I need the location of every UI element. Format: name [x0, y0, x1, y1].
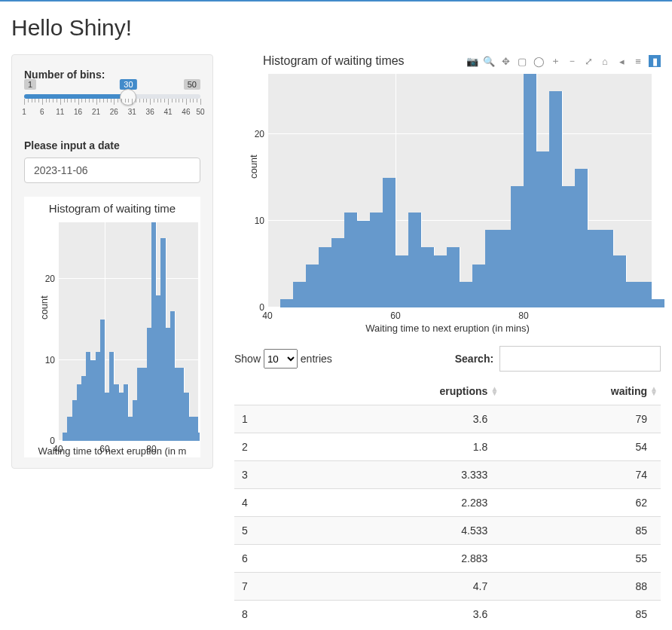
main-plot-title: Histogram of waiting times	[263, 54, 405, 68]
slider-tick-label: 31	[128, 108, 136, 116]
histogram-bar	[396, 255, 409, 307]
bins-label: Number of bins:	[24, 69, 200, 81]
slider-tick-label: 41	[163, 108, 172, 116]
histogram-bar	[383, 178, 396, 307]
cell-index: 4	[234, 489, 309, 517]
bins-slider[interactable]: 1 50 30 16111621263136414650	[24, 87, 200, 129]
slider-tick-label: 21	[92, 108, 100, 116]
y-tick-label: 20	[255, 129, 264, 139]
zoom-out-icon[interactable]: －	[566, 55, 578, 67]
main-plot-xlabel: Waiting time to next eruption (in mins)	[234, 323, 661, 334]
camera-icon[interactable]: 📷	[466, 55, 478, 67]
reset-icon[interactable]: ⌂	[599, 55, 611, 67]
histogram-bar	[447, 247, 460, 307]
slider-tick-label: 50	[196, 108, 204, 116]
zoom-icon[interactable]: 🔍	[483, 55, 495, 67]
plotly-icon[interactable]: ▮	[649, 55, 661, 67]
table-row: 74.788	[234, 573, 661, 601]
histogram-bar	[293, 282, 307, 307]
search-input[interactable]	[499, 346, 661, 372]
column-header[interactable]: waiting▲▼	[501, 378, 661, 405]
search-label: Search:	[455, 353, 493, 365]
x-tick-label: 80	[146, 444, 156, 454]
slider-value-badge: 30	[120, 79, 136, 90]
histogram-bar	[536, 151, 550, 307]
column-header[interactable]	[234, 378, 309, 405]
slider-tick-label: 26	[110, 108, 118, 116]
cell-eruptions: 3.6	[309, 601, 501, 628]
histogram-bar	[485, 230, 499, 307]
length-label-pre: Show	[234, 353, 261, 365]
cell-waiting: 79	[501, 405, 661, 433]
histogram-bar	[524, 74, 537, 307]
cell-eruptions: 4.7	[309, 573, 501, 601]
autoscale-icon[interactable]: ⤢	[582, 55, 594, 67]
histogram-bar	[198, 433, 200, 441]
length-select[interactable]: 102550100	[264, 349, 298, 369]
histogram-bar	[434, 255, 447, 307]
histogram-bar	[600, 230, 614, 307]
cell-index: 6	[234, 545, 309, 573]
box-select-icon[interactable]: ▢	[516, 55, 528, 67]
y-tick-label: 20	[45, 274, 55, 284]
cell-index: 3	[234, 461, 309, 489]
mini-plot-title: Histogram of waiting time	[25, 202, 200, 215]
histogram-bar	[319, 247, 332, 307]
y-tick-label: 10	[255, 216, 264, 226]
sidebar-histogram: Histogram of waiting time count 01020406…	[24, 197, 200, 457]
cell-waiting: 88	[501, 573, 661, 601]
histogram-bar	[331, 238, 345, 307]
cell-index: 1	[234, 405, 309, 433]
mini-plot-ylabel: count	[38, 295, 50, 320]
cell-index: 7	[234, 573, 309, 601]
histogram-bar	[421, 247, 435, 307]
x-tick-label: 40	[262, 310, 272, 321]
date-input[interactable]	[24, 158, 200, 183]
histogram-bar	[498, 230, 512, 307]
length-control: Show 102550100 entries	[234, 349, 332, 369]
cell-index: 5	[234, 517, 309, 545]
histogram-bar	[344, 213, 358, 307]
histogram-bar	[562, 186, 576, 307]
cell-eruptions: 4.533	[309, 517, 501, 545]
slider-tick-label: 11	[56, 108, 64, 116]
cell-waiting: 74	[501, 461, 661, 489]
histogram-bar	[306, 265, 319, 307]
pan-icon[interactable]: ✥	[499, 55, 512, 67]
x-tick-label: 60	[99, 444, 109, 454]
slider-tick-label: 1	[22, 108, 26, 116]
cell-index: 2	[234, 433, 309, 461]
histogram-bar	[639, 282, 652, 307]
sidebar-panel: Number of bins: 1 50 30 1611162126313641…	[11, 54, 213, 469]
cell-eruptions: 1.8	[309, 433, 501, 461]
zoom-in-icon[interactable]: ＋	[549, 55, 561, 67]
hover-icon[interactable]: ≡	[632, 55, 644, 67]
table-row: 21.854	[234, 433, 661, 461]
lasso-icon[interactable]: ◯	[533, 55, 545, 67]
sort-icon[interactable]: ▲▼	[650, 387, 658, 396]
cell-index: 8	[234, 601, 309, 628]
histogram-bar	[357, 221, 371, 307]
slider-min-badge: 1	[24, 79, 36, 90]
cell-waiting: 85	[501, 517, 661, 545]
histogram-bar	[408, 213, 422, 307]
slider-tick-label: 16	[74, 108, 82, 116]
cell-eruptions: 3.333	[309, 461, 501, 489]
table-row: 62.88355	[234, 545, 661, 573]
histogram-bar	[613, 255, 627, 307]
date-label: Please input a date	[24, 139, 200, 151]
y-tick-label: 10	[45, 355, 55, 365]
table-row: 42.28362	[234, 489, 661, 517]
main-histogram[interactable]: 01020	[267, 74, 652, 307]
x-tick-label: 40	[53, 444, 63, 454]
cell-waiting: 54	[501, 433, 661, 461]
spike-icon[interactable]: ◂	[615, 55, 628, 67]
sort-icon[interactable]: ▲▼	[490, 387, 498, 396]
mini-plot-xlabel: Waiting time to next eruption (in m	[25, 445, 200, 457]
cell-waiting: 55	[501, 545, 661, 573]
cell-waiting: 85	[501, 601, 661, 628]
column-header[interactable]: eruptions▲▼	[309, 378, 501, 405]
histogram-bar	[472, 265, 486, 307]
slider-tick-label: 36	[146, 108, 154, 116]
main-plot-ylabel: count	[248, 154, 259, 179]
